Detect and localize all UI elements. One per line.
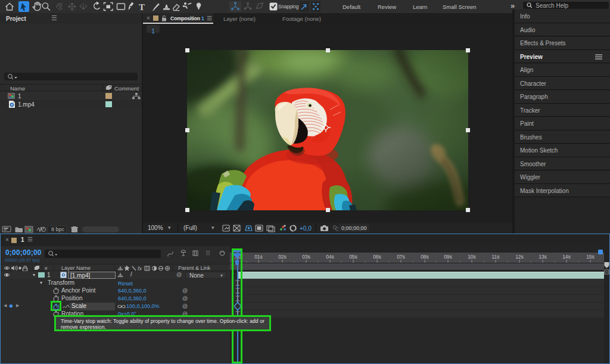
svg-text:8 bpc: 8 bpc [51,226,65,232]
svg-text:03s: 03s [302,254,310,260]
svg-text:Snapping: Snapping [278,4,299,10]
svg-text:Layer Name: Layer Name [61,265,91,271]
svg-text:09s: 09s [444,254,452,260]
svg-text:07s: 07s [397,254,405,260]
svg-text:#: # [45,266,48,271]
svg-text:11s: 11s [491,254,499,260]
svg-text:06s: 06s [373,254,381,260]
svg-text:T: T [139,2,145,12]
svg-text:10s: 10s [468,254,476,260]
svg-text:14s: 14s [562,254,571,260]
svg-text:Parent & Link: Parent & Link [178,265,211,271]
svg-text:02s: 02s [278,254,287,260]
svg-text:12s: 12s [515,254,524,260]
svg-text:13s: 13s [539,254,547,260]
svg-text:05s: 05s [349,254,357,260]
svg-text:15s: 15s [586,254,595,260]
svg-text:04s: 04s [326,254,334,260]
svg-text:+0,0: +0,0 [300,225,312,232]
svg-text:08s: 08s [421,254,429,260]
svg-text:fx: fx [138,266,142,272]
svg-text:01s: 01s [254,254,263,260]
